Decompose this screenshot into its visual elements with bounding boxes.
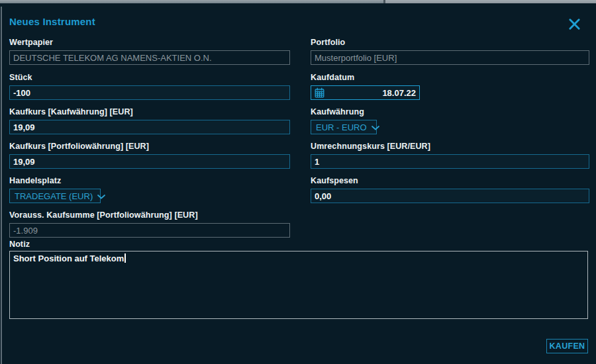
kaufdatum-label: Kaufdatum — [311, 73, 354, 82]
stueck-label: Stück — [9, 73, 32, 82]
umrechnungskurs-input[interactable] — [311, 154, 589, 169]
kaufkurs-kaufwaehrung-input[interactable] — [9, 120, 290, 134]
wertpapier-label: Wertpapier — [9, 38, 53, 47]
portfolio-label: Portfolio — [311, 38, 345, 47]
kaufsumme-input — [9, 223, 290, 238]
kaufsumme-label: Vorauss. Kaufsumme [Portfoliowährung] [E… — [9, 210, 198, 220]
notiz-textarea[interactable]: Short Position auf Telekom — [9, 251, 588, 319]
wertpapier-input — [9, 50, 290, 65]
window-top-strip-right — [385, 0, 596, 3]
close-icon[interactable] — [566, 16, 582, 32]
chevron-down-icon — [372, 122, 379, 132]
kaufkurs-portfoliowaehrung-label: Kaufkurs [Portfoliowährung] [EUR] — [9, 142, 149, 151]
kaufwaehrung-label: Kaufwährung — [311, 107, 364, 116]
kaufen-button[interactable]: KAUFEN — [546, 339, 588, 353]
kaufspesen-input[interactable] — [311, 189, 589, 203]
handelsplatz-select[interactable]: TRADEGATE (EUR) — [9, 189, 101, 203]
calendar-icon[interactable] — [315, 87, 324, 98]
kaufdatum-field[interactable]: 18.07.22 — [311, 85, 420, 100]
kaufkurs-portfoliowaehrung-input[interactable] — [9, 154, 290, 169]
handelsplatz-value: TRADEGATE (EUR) — [15, 191, 93, 201]
portfolio-input — [311, 50, 589, 65]
kaufwaehrung-select[interactable]: EUR - EURO — [311, 120, 377, 134]
umrechnungskurs-label: Umrechnungskurs [EUR/EUR] — [311, 142, 430, 151]
chevron-down-icon — [97, 191, 105, 201]
handelsplatz-label: Handelsplatz — [9, 176, 61, 185]
window-top-strip-left — [0, 0, 383, 3]
new-instrument-dialog: Neues Instrument Wertpapier Portfolio St… — [0, 0, 596, 364]
dialog-title: Neues Instrument — [9, 16, 95, 27]
text-cursor — [124, 253, 126, 263]
kaufdatum-value: 18.07.22 — [328, 88, 416, 98]
notiz-label: Notiz — [9, 240, 30, 249]
stueck-input[interactable] — [9, 85, 290, 100]
dialog-left-edge — [1, 7, 2, 364]
notiz-value: Short Position auf Telekom — [13, 253, 124, 263]
kaufspesen-label: Kaufspesen — [311, 176, 358, 185]
kaufwaehrung-value: EUR - EURO — [316, 122, 367, 132]
kaufkurs-kaufwaehrung-label: Kaufkurs [Kaufwährung] [EUR] — [9, 107, 133, 116]
